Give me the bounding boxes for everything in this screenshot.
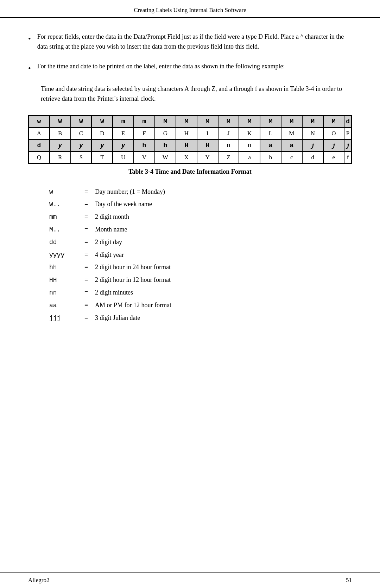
def-equals-W: = <box>77 199 95 209</box>
def-key-w: w <box>49 187 77 197</box>
cell-r2-c14: N <box>302 128 323 140</box>
def-equals-aa: = <box>77 300 95 310</box>
cell-r4-c9: Y <box>197 151 218 163</box>
cell-r1-c14: M <box>302 116 323 128</box>
cell-r2-c4: D <box>91 128 113 140</box>
cell-r4-c6: V <box>134 151 155 163</box>
def-equals-yyyy: = <box>77 250 95 260</box>
cell-r4-c4: T <box>91 151 113 163</box>
cell-r3-c12: a <box>260 140 281 151</box>
table-caption: Table 3-4 Time and Date Information Form… <box>28 168 352 175</box>
def-value-jjj: 3 digit Julian date <box>95 313 140 323</box>
bullet-text-2: For the time and date to be printed on t… <box>37 62 285 72</box>
def-row-nn: nn = 2 digit minutes <box>49 287 352 298</box>
def-value-mm: 2 digit month <box>95 212 129 222</box>
table-row-4: Q R S T U V W X Y Z a b c d e f <box>28 151 352 163</box>
cell-r3-c14: j <box>302 140 323 151</box>
def-equals-jjj: = <box>77 313 95 323</box>
def-equals-HH: = <box>77 275 95 285</box>
page-header: Creating Labels Using Internal Batch Sof… <box>0 0 380 18</box>
def-equals-M: = <box>77 224 95 235</box>
cell-r2-c6: F <box>134 128 155 140</box>
cell-r3-c2: y <box>50 140 71 151</box>
cell-r2-c2: B <box>50 128 71 140</box>
page-container: Creating Labels Using Internal Batch Sof… <box>0 0 380 588</box>
cell-r2-c8: H <box>176 128 197 140</box>
def-row-yyyy: yyyy = 4 digit year <box>49 250 352 260</box>
cell-r3-c5: y <box>113 140 134 151</box>
cell-r2-c1: A <box>28 128 50 140</box>
bullet-list: • For repeat fields, enter the data in t… <box>28 32 352 74</box>
def-key-mm: mm <box>49 212 77 222</box>
def-value-HH: 2 digit hour in 12 hour format <box>95 275 171 285</box>
cell-r4-c10: Z <box>218 151 239 163</box>
def-row-hh: hh = 2 digit hour in 24 hour format <box>49 262 352 273</box>
cell-r4-c1: Q <box>28 151 50 163</box>
cell-r4-c12: b <box>260 151 281 163</box>
bullet-item-1: • For repeat fields, enter the data in t… <box>28 32 352 52</box>
cell-r3-c16: j <box>344 140 352 151</box>
def-key-aa: aa <box>49 301 77 311</box>
cell-r2-c16: P <box>344 128 352 140</box>
cell-r1-c3: W <box>71 116 92 128</box>
header-title: Creating Labels Using Internal Batch Sof… <box>134 7 246 13</box>
def-row-w: w = Day number; (1 = Monday) <box>49 187 352 197</box>
cell-r4-c8: X <box>176 151 197 163</box>
cell-r3-c4: y <box>91 140 113 151</box>
table-section: w W W W m m M M M M M M M M M d <box>28 115 352 175</box>
def-row-M: M.. = Month name <box>49 224 352 235</box>
cell-r3-c7: h <box>155 140 176 151</box>
def-key-M: M.. <box>49 225 77 235</box>
def-key-hh: hh <box>49 262 77 273</box>
bullet-item-2: • For the time and date to be printed on… <box>28 62 352 74</box>
table-row-2: A B C D E F G H I J K L M N O P <box>28 128 352 140</box>
cell-r4-c3: S <box>71 151 92 163</box>
bullet-dot-2: • <box>28 62 31 74</box>
page-footer: Allegro2 51 <box>0 572 380 588</box>
page-content: • For repeat fields, enter the data in t… <box>0 18 380 572</box>
def-key-W: W.. <box>49 199 77 210</box>
cell-r3-c9: H <box>197 140 218 151</box>
def-value-nn: 2 digit minutes <box>95 287 133 298</box>
def-value-dd: 2 digit day <box>95 237 122 247</box>
def-key-yyyy: yyyy <box>49 250 77 260</box>
def-row-HH: HH = 2 digit hour in 12 hour format <box>49 275 352 285</box>
footer-right: 51 <box>346 577 352 584</box>
cell-r3-c6: h <box>134 140 155 151</box>
def-key-nn: nn <box>49 288 77 298</box>
cell-r2-c9: I <box>197 128 218 140</box>
cell-r2-c13: M <box>281 128 302 140</box>
cell-r4-c5: U <box>113 151 134 163</box>
cell-r2-c3: C <box>71 128 92 140</box>
cell-r1-c2: W <box>50 116 71 128</box>
format-table: w W W W m m M M M M M M M M M d <box>28 115 352 164</box>
bullet-dot-1: • <box>28 33 31 45</box>
cell-r3-c8: H <box>176 140 197 151</box>
bullet-text-1: For repeat fields, enter the data in the… <box>37 32 352 52</box>
def-value-yyyy: 4 digit year <box>95 250 124 260</box>
def-row-aa: aa = AM or PM for 12 hour format <box>49 300 352 311</box>
cell-r2-c7: G <box>155 128 176 140</box>
def-value-aa: AM or PM for 12 hour format <box>95 300 171 310</box>
cell-r1-c6: m <box>134 116 155 128</box>
cell-r4-c16: f <box>344 151 352 163</box>
def-row-dd: dd = 2 digit day <box>49 237 352 248</box>
def-value-W: Day of the week name <box>95 199 152 209</box>
def-row-W: W.. = Day of the week name <box>49 199 352 210</box>
cell-r1-c10: M <box>218 116 239 128</box>
cell-r1-c7: M <box>155 116 176 128</box>
def-equals-hh: = <box>77 262 95 272</box>
cell-r1-c9: M <box>197 116 218 128</box>
def-key-dd: dd <box>49 237 77 248</box>
cell-r3-c3: y <box>71 140 92 151</box>
cell-r2-c5: E <box>113 128 134 140</box>
footer-left: Allegro2 <box>28 577 49 584</box>
cell-r4-c2: R <box>50 151 71 163</box>
cell-r2-c15: O <box>323 128 344 140</box>
cell-r3-c13: a <box>281 140 302 151</box>
def-value-hh: 2 digit hour in 24 hour format <box>95 262 171 272</box>
cell-r3-c1: d <box>28 140 50 151</box>
cell-r4-c15: e <box>323 151 344 163</box>
def-key-HH: HH <box>49 275 77 285</box>
cell-r2-c12: L <box>260 128 281 140</box>
